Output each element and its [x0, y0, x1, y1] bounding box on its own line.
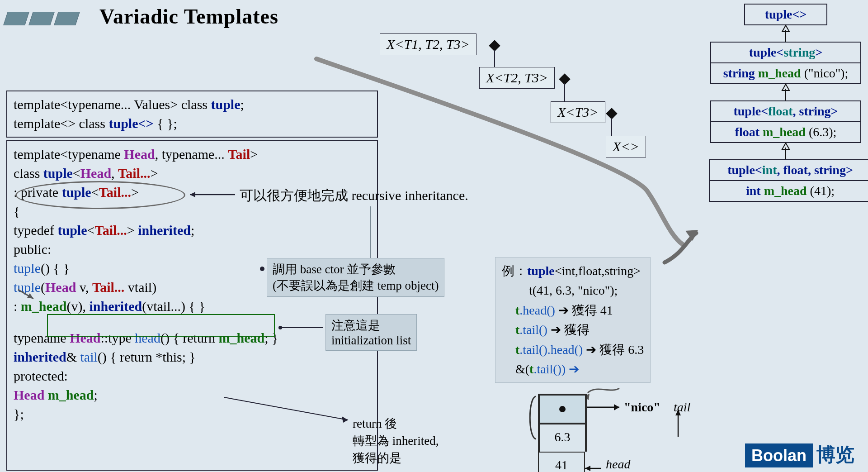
- note-recursive-inheritance: 可以很方便地完成 recursive inheritance.: [240, 186, 468, 205]
- t: public:: [14, 240, 371, 259]
- t: .tail(): [519, 323, 547, 337]
- t: };: [14, 405, 371, 424]
- note-init-list: 注意這是 initialization list: [326, 314, 417, 351]
- t: initialization list: [331, 334, 411, 348]
- t: 獲得的是: [353, 450, 439, 467]
- svg-marker-4: [685, 230, 698, 241]
- t: ➔ 獲得 41: [555, 303, 613, 317]
- t: protected:: [14, 367, 371, 386]
- t: tuple<: [733, 104, 768, 118]
- t: int: [762, 163, 777, 177]
- code-kw: tuple: [211, 97, 241, 112]
- t: m_head: [758, 66, 801, 80]
- t: (vtail...) { }: [142, 299, 205, 314]
- code-text: template<> class: [14, 116, 108, 131]
- t: t: [515, 303, 519, 317]
- t: tuple<: [727, 163, 762, 177]
- t: m_head: [21, 299, 67, 314]
- page-title: Variadic Templates: [99, 5, 278, 29]
- t: .head(): [547, 343, 583, 357]
- t: ➔ 獲得 6.3: [583, 343, 644, 357]
- t: string: [723, 66, 758, 80]
- t: tuple: [43, 166, 73, 181]
- t: ;: [94, 387, 98, 402]
- t: (6.3);: [806, 125, 836, 139]
- t: Tail...: [92, 280, 124, 295]
- t: m_head: [764, 184, 807, 198]
- t: t: [515, 343, 519, 357]
- t: >: [250, 147, 258, 162]
- t: Head: [45, 280, 76, 295]
- tuple-hierarchy: tuple<> tuple<string> string m_head ("ni…: [709, 4, 863, 202]
- t: ("nico");: [801, 66, 849, 80]
- t: (v),: [67, 299, 90, 314]
- t: v,: [76, 280, 92, 295]
- t: .tail()) ➔: [533, 362, 579, 376]
- code-text: ;: [241, 97, 244, 112]
- t: (不要誤以為是創建 temp object): [273, 277, 439, 294]
- t: string: [783, 45, 815, 59]
- t: inherited: [14, 349, 66, 364]
- svg-marker-5: [614, 404, 619, 410]
- oval-highlight: [15, 181, 185, 209]
- t: Head: [14, 387, 44, 402]
- code-kw: tuple<>: [108, 116, 153, 131]
- label-tail: tail: [674, 400, 690, 415]
- code-text: { };: [154, 116, 177, 131]
- t: tuple: [14, 261, 41, 276]
- t: .head(): [519, 303, 555, 317]
- t: tuple: [14, 280, 41, 295]
- t: &(: [515, 362, 529, 376]
- t: 轉型為 inherited,: [353, 433, 439, 450]
- t: Head: [80, 166, 111, 181]
- x-box-1: X<T1, T2, T3>: [380, 33, 476, 55]
- t: Tail...: [118, 166, 150, 181]
- t: float: [735, 125, 763, 139]
- green-rect-highlight: [47, 314, 275, 337]
- t: <: [87, 223, 94, 238]
- t: tuple<: [749, 45, 784, 59]
- t: m_head: [763, 125, 806, 139]
- stack-row: 41: [538, 452, 585, 472]
- example-box: 例：tuple<int,float,string> t(41, 6.3, "ni…: [495, 257, 651, 383]
- t: [44, 387, 48, 402]
- stack-row: [538, 394, 587, 423]
- brand-logo: Boolan博览: [745, 442, 854, 467]
- t: , string>: [793, 104, 838, 118]
- t: inherited: [138, 223, 191, 238]
- t: float: [768, 104, 793, 118]
- note-return: return 後 轉型為 inherited, 獲得的是: [353, 415, 439, 467]
- t: 注意這是: [331, 317, 411, 334]
- t: int: [746, 184, 764, 198]
- t: (41);: [807, 184, 835, 198]
- t: tuple: [57, 223, 87, 238]
- t: t(41, 6.3, "nico");: [502, 281, 644, 300]
- note-base-ctor: 調用 base ctor 並予參數 (不要誤以為是創建 temp object): [267, 258, 444, 297]
- code-text: template<typename... Values> class: [14, 97, 211, 112]
- t: tail: [80, 349, 98, 364]
- t: m_head: [48, 387, 94, 402]
- x-box-2: X<T2, T3>: [479, 67, 555, 89]
- t: , float, string>: [777, 163, 853, 177]
- t: vtail): [124, 280, 156, 295]
- t: inherited: [90, 299, 142, 314]
- t: 調用 base ctor 並予參數: [273, 261, 439, 277]
- t: tuple<>: [765, 7, 807, 21]
- t: :: [14, 299, 21, 314]
- t: Tail: [228, 147, 250, 162]
- t: Tail...: [94, 223, 127, 238]
- t: &: [66, 349, 80, 364]
- tuple-forward-decl-box: template<typename... Values> class tuple…: [6, 91, 378, 138]
- t: Head: [124, 147, 155, 162]
- t: return 後: [353, 415, 439, 433]
- x-box-4: X<>: [606, 136, 646, 157]
- stack-nico-label: "nico": [624, 400, 660, 415]
- logo-cn: 博览: [816, 444, 854, 465]
- t: tuple: [527, 264, 555, 278]
- t: () { }: [41, 261, 70, 276]
- t: <int,float,string>: [555, 264, 641, 278]
- diamond-icon: [606, 108, 617, 119]
- t: template<typename: [14, 147, 124, 162]
- t: >: [127, 223, 138, 238]
- t: , typename...: [155, 147, 228, 162]
